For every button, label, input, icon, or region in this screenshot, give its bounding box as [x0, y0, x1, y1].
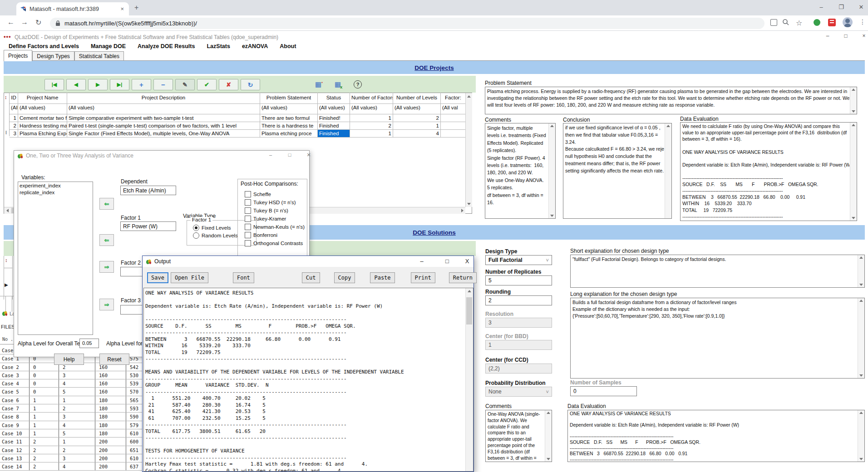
case-experiment-index[interactable]: 2: [30, 462, 59, 470]
case-label[interactable]: Case 3: [0, 371, 30, 379]
case-rf-power[interactable]: 160: [95, 379, 126, 387]
column-header[interactable]: Project Name: [18, 93, 67, 103]
output-button[interactable]: Cut: [302, 272, 320, 283]
alpha-overall-field[interactable]: 0.05: [79, 339, 99, 348]
checkbox-icon[interactable]: [245, 207, 251, 214]
help-button[interactable]: Help: [54, 354, 84, 365]
browser-maximize-button[interactable]: ❐: [834, 1, 848, 13]
menu-item[interactable]: LazStats: [201, 42, 236, 51]
case-row[interactable]: Case 7 1 2 180 593: [0, 404, 154, 413]
checkbox-icon[interactable]: [245, 191, 251, 197]
cell-factors[interactable]: [441, 114, 465, 122]
posthoc-checkbox[interactable]: Tukey HSD (= n's): [242, 199, 307, 206]
cell-factors[interactable]: [441, 122, 465, 129]
url-text[interactable]: matasoft.hr/myrtille/(S(ow5ke5ffffjj5mi5…: [64, 20, 197, 27]
case-experiment-index[interactable]: 0: [30, 379, 59, 387]
case-experiment-index[interactable]: 2: [30, 454, 59, 462]
case-replicate-index[interactable]: 5: [59, 429, 95, 437]
case-row[interactable]: Case 13 2 3 200 610: [0, 454, 154, 462]
cell-num-factors[interactable]: 1: [350, 130, 393, 137]
column-header[interactable]: Number of Levels: [393, 93, 441, 103]
data-evaluation-box[interactable]: We need to calclulate F ratio (by using …: [680, 122, 857, 221]
reload-icon[interactable]: ↻: [35, 18, 41, 27]
case-rf-power[interactable]: 200: [95, 454, 126, 462]
output-button[interactable]: Print: [411, 272, 435, 283]
case-experiment-index[interactable]: 1: [30, 429, 59, 437]
case-rf-power[interactable]: 160: [95, 371, 126, 379]
cell-problem-statement[interactable]: There is a hardness te: [260, 122, 318, 129]
posthoc-checkbox[interactable]: Orthogonal Contrasts: [242, 240, 307, 246]
table-view-icon[interactable]: ▦▪: [315, 80, 323, 88]
column-header[interactable]: Status: [318, 93, 350, 103]
problem-statement-box[interactable]: Plasma etching process. Energy is suppli…: [485, 87, 857, 114]
dialog-minimize-button[interactable]: –: [264, 152, 277, 160]
case-rf-power[interactable]: 180: [95, 396, 126, 404]
help-icon[interactable]: ?: [354, 80, 362, 88]
case-replicate-index[interactable]: 1: [59, 438, 95, 445]
filter-cell[interactable]: (All: [10, 104, 18, 114]
app-close-button[interactable]: ×: [857, 33, 868, 41]
filter-cell[interactable]: (All values): [393, 104, 441, 114]
case-label[interactable]: Case 7: [0, 404, 30, 412]
case-replicate-index[interactable]: 2: [59, 404, 95, 412]
case-experiment-index[interactable]: 1: [30, 413, 59, 420]
case-row[interactable]: Case 8 1 3 180 590: [0, 413, 154, 421]
scrollbar[interactable]: [858, 255, 864, 287]
case-label[interactable]: Case 9: [0, 421, 30, 429]
tab-close-icon[interactable]: ×: [119, 5, 125, 12]
cell-status[interactable]: Finished: [318, 122, 350, 129]
output-button[interactable]: Open File: [171, 272, 208, 283]
case-experiment-index[interactable]: 2: [30, 446, 59, 454]
cell-num-levels[interactable]: 1: [393, 122, 441, 129]
resolution-field[interactable]: 3: [485, 318, 552, 328]
profile-avatar[interactable]: [843, 17, 853, 27]
output-text-area[interactable]: ONE WAY ANALYSIS OF VARIANCE RESULTSDepe…: [143, 288, 473, 472]
scrollbar[interactable]: [850, 87, 857, 114]
move-left-button[interactable]: ⇐: [99, 198, 114, 210]
case-replicate-index[interactable]: 5: [59, 388, 95, 395]
grid-nav-button[interactable]: −: [153, 79, 173, 90]
output-scrollbar[interactable]: [465, 288, 473, 471]
grid-nav-button[interactable]: ✘: [219, 79, 238, 90]
case-experiment-index[interactable]: 0: [30, 371, 59, 379]
filter-cell[interactable]: (All values): [260, 104, 318, 114]
case-row[interactable]: Case 9 1 4 180 579: [0, 421, 154, 429]
posthoc-checkbox[interactable]: Tukey B (= n's): [242, 207, 307, 214]
factor1-field[interactable]: RF Power (W): [120, 221, 176, 231]
cell-project-name[interactable]: Hardness testing machine with 2 tips: [18, 122, 67, 129]
case-label[interactable]: Case 10: [0, 429, 30, 437]
output-button[interactable]: Paste: [370, 272, 395, 283]
case-label[interactable]: Case 4: [0, 379, 30, 387]
design-type-select[interactable]: Full Factorial˅: [485, 255, 552, 265]
cell-num-levels[interactable]: 2: [393, 114, 441, 122]
forward-icon[interactable]: →: [21, 18, 28, 26]
checkbox-icon[interactable]: [245, 224, 251, 230]
bookmark-star-icon[interactable]: ☆: [796, 19, 802, 27]
case-row[interactable]: Case 11 2 1 200 600: [0, 438, 154, 446]
move-left-button[interactable]: ⇐: [99, 234, 114, 246]
scrollbar[interactable]: [858, 410, 864, 462]
scrollbar[interactable]: [545, 410, 552, 462]
variable-item[interactable]: experiment_index: [20, 182, 91, 189]
bottom-data-eval-box[interactable]: ONE WAY ANALYSIS OF VARIANCE RESULTS Dep…: [567, 410, 865, 462]
back-icon[interactable]: ←: [7, 18, 15, 26]
cell-project-description[interactable]: Single Factor (Fixed Effects Model), mul…: [67, 130, 260, 137]
case-rf-power[interactable]: 180: [95, 429, 126, 437]
extension-icon[interactable]: [814, 19, 820, 26]
filter-cell[interactable]: (All values): [18, 104, 67, 114]
grid-nav-button[interactable]: ▶|: [110, 79, 129, 90]
posthoc-checkbox[interactable]: Newman-Keuls (= n's): [242, 224, 307, 230]
rounding-field[interactable]: 2: [485, 295, 552, 305]
project-row[interactable]: 3 Plasma Etching Experiment Single Facto…: [10, 130, 472, 138]
cell-id[interactable]: 1: [10, 114, 18, 122]
case-row[interactable]: Case 12 2 2 200 651: [0, 446, 154, 454]
project-row[interactable]: 2 Hardness testing machine with 2 tips P…: [10, 122, 472, 130]
case-rf-power[interactable]: 160: [95, 388, 126, 395]
num-samples-field[interactable]: 0: [570, 386, 637, 396]
cell-project-name[interactable]: Cement mortar two formulations: [18, 114, 67, 122]
case-label[interactable]: Case 8: [0, 413, 30, 420]
cell-num-levels[interactable]: 4: [393, 130, 441, 137]
replicates-field[interactable]: 5: [485, 275, 552, 285]
case-label[interactable]: Case 2: [0, 363, 30, 371]
case-label[interactable]: Case 14: [0, 462, 30, 470]
